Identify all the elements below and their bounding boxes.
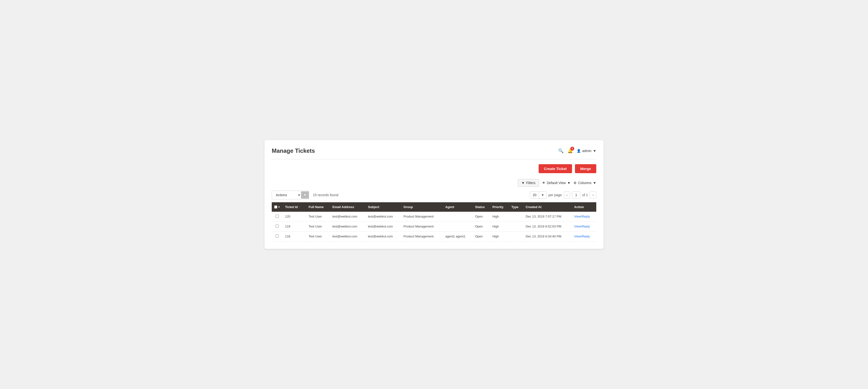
- col-ticket-id: Ticket Id ↑: [283, 202, 306, 212]
- col-type: Type: [509, 202, 523, 212]
- user-menu[interactable]: 👤 admin ▼: [577, 149, 596, 153]
- row-checkbox-cell: [272, 222, 283, 231]
- filters-label: Filters: [526, 181, 535, 185]
- table-row: 120 Test User test@webkul.com test@webku…: [272, 212, 596, 222]
- row-agent: [443, 222, 472, 231]
- row-priority: High: [490, 231, 509, 242]
- row-priority: High: [490, 212, 509, 222]
- row-email: test@webkul.com: [330, 222, 366, 231]
- actions-row: Actions ▼ 15 records found 20 ▼ per page…: [272, 191, 596, 199]
- row-type: [509, 222, 523, 231]
- eye-icon: 👁: [542, 181, 546, 185]
- row-status: Open: [473, 222, 490, 231]
- row-agent: agent1 agent1: [443, 231, 472, 242]
- filters-button[interactable]: ▼ Filters: [518, 179, 539, 187]
- row-subject: test@webkul.com: [366, 222, 401, 231]
- table-header-row: ▼ Ticket Id ↑ Full Name Email Address Su…: [272, 202, 596, 212]
- col-created-at: Created At: [523, 202, 571, 212]
- notification-badge: 4: [570, 147, 574, 150]
- row-ticket-id: 118: [283, 231, 306, 242]
- view-dropdown-icon: ▼: [567, 181, 570, 185]
- row-agent: [443, 212, 472, 222]
- gear-icon: ⚙: [574, 181, 577, 185]
- merge-button[interactable]: Merge: [575, 164, 596, 173]
- row-full-name: Test User: [306, 231, 330, 242]
- col-status: Status: [473, 202, 490, 212]
- toolbar: Create Ticket Merge: [272, 164, 596, 173]
- row-group: Product Management: [401, 231, 443, 242]
- create-ticket-button[interactable]: Create Ticket: [538, 164, 572, 173]
- row-type: [509, 231, 523, 242]
- columns-button[interactable]: ⚙ Columns ▼: [574, 181, 596, 185]
- total-pages: of 1: [582, 193, 588, 197]
- page-title: Manage Tickets: [272, 147, 315, 154]
- row-action: View/Reply: [572, 231, 596, 242]
- col-subject: Subject: [366, 202, 401, 212]
- current-page: 1: [572, 191, 580, 199]
- notifications-button[interactable]: 🔔 4: [567, 148, 573, 154]
- view-reply-link-1[interactable]: View/Reply: [574, 225, 590, 228]
- search-button[interactable]: 🔍: [558, 148, 564, 154]
- table-row: 118 Test User test@webkul.com test@webku…: [272, 231, 596, 242]
- columns-label: Columns: [578, 181, 591, 185]
- columns-dropdown-icon: ▼: [593, 181, 596, 185]
- row-status: Open: [473, 212, 490, 222]
- next-page-button[interactable]: ›: [590, 191, 596, 199]
- per-page-dropdown[interactable]: ▼: [539, 192, 546, 198]
- row-type: [509, 212, 523, 222]
- col-agent: Agent: [443, 202, 472, 212]
- row-subject: test@webkul.com: [366, 231, 401, 242]
- row-checkbox-0[interactable]: [276, 215, 279, 218]
- header-icons: 🔍 🔔 4 👤 admin ▼: [558, 148, 596, 154]
- search-icon: 🔍: [558, 148, 564, 154]
- prev-page-button[interactable]: ‹: [564, 191, 570, 199]
- row-priority: High: [490, 222, 509, 231]
- view-label: Default View: [547, 181, 566, 185]
- row-group: Product Management: [401, 222, 443, 231]
- user-icon: 👤: [577, 149, 581, 153]
- row-checkbox-2[interactable]: [276, 234, 279, 238]
- table-row: 119 Test User test@webkul.com test@webku…: [272, 222, 596, 231]
- row-full-name: Test User: [306, 222, 330, 231]
- row-email: test@webkul.com: [330, 212, 366, 222]
- pagination: 20 ▼ per page ‹ 1 of 1 ›: [530, 191, 596, 199]
- row-created-at: Dec 13, 2019 6:34:40 PM: [523, 231, 571, 242]
- select-all-checkbox[interactable]: [274, 205, 277, 209]
- actions-dropdown-btn[interactable]: ▼: [301, 191, 309, 199]
- col-email: Email Address: [330, 202, 366, 212]
- actions-select[interactable]: Actions: [272, 191, 301, 199]
- row-checkbox-cell: [272, 212, 283, 222]
- row-checkbox-1[interactable]: [276, 225, 279, 228]
- ticket-id-header: Ticket Id: [285, 205, 298, 209]
- view-reply-link-0[interactable]: View/Reply: [574, 215, 590, 218]
- actions-left: Actions ▼ 15 records found: [272, 191, 338, 199]
- row-group: Product Management: [401, 212, 443, 222]
- per-page-wrap: 20 ▼: [530, 191, 547, 199]
- user-dropdown-icon: ▼: [593, 149, 596, 153]
- default-view-button[interactable]: 👁 Default View ▼: [542, 181, 570, 185]
- col-group: Group: [401, 202, 443, 212]
- row-ticket-id: 120: [283, 212, 306, 222]
- tickets-table: ▼ Ticket Id ↑ Full Name Email Address Su…: [272, 202, 596, 242]
- row-full-name: Test User: [306, 212, 330, 222]
- sort-icon: ↑: [299, 206, 300, 208]
- view-reply-link-2[interactable]: View/Reply: [574, 234, 590, 238]
- row-action: View/Reply: [572, 212, 596, 222]
- filter-icon: ▼: [521, 181, 525, 185]
- records-found: 15 records found: [313, 193, 338, 197]
- main-card: Manage Tickets 🔍 🔔 4 👤 admin ▼ Create Ti…: [265, 140, 603, 249]
- select-all-dropdown[interactable]: ▼: [278, 206, 280, 208]
- row-subject: test@webkul.com: [366, 212, 401, 222]
- row-ticket-id: 119: [283, 222, 306, 231]
- col-action: Action: [572, 202, 596, 212]
- col-full-name: Full Name: [306, 202, 330, 212]
- row-email: test@webkul.com: [330, 231, 366, 242]
- username-label: admin: [582, 149, 591, 153]
- row-created-at: Dec 13, 2019 6:52:03 PM: [523, 222, 571, 231]
- per-page-value: 20: [530, 192, 539, 198]
- row-action: View/Reply: [572, 222, 596, 231]
- per-page-label: per page: [548, 193, 562, 197]
- filters-row: ▼ Filters 👁 Default View ▼ ⚙ Columns ▼: [272, 179, 596, 187]
- row-created-at: Dec 13, 2019 7:07:17 PM: [523, 212, 571, 222]
- actions-select-wrap: Actions ▼: [272, 191, 309, 199]
